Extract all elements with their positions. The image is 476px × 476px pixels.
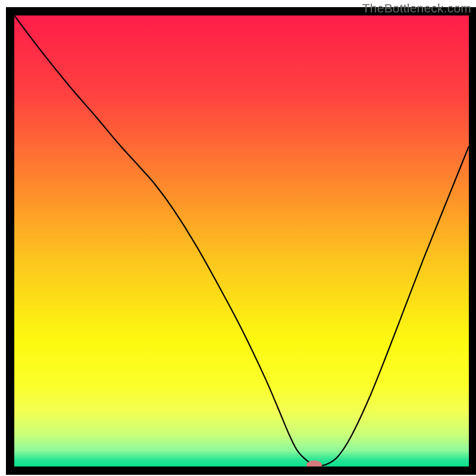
gradient-background [14, 15, 469, 466]
watermark-text: TheBottleneck.com [362, 1, 471, 15]
bottleneck-chart: TheBottleneck.com [0, 0, 476, 476]
plot-svg [0, 0, 476, 476]
